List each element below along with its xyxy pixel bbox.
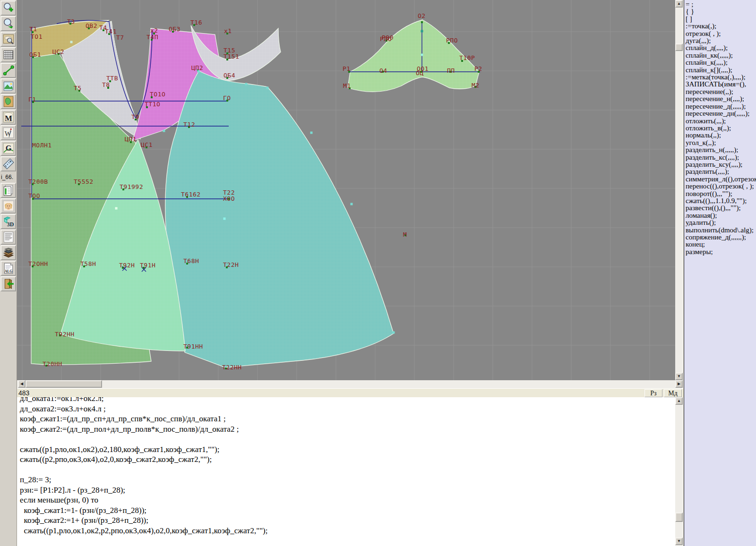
point-marker[interactable] <box>421 21 423 23</box>
accent-marker <box>421 30 423 33</box>
drawing-canvas[interactable]: Т1ТО1Т3ОВ2Т4Т41Т7х2Т4ПОБ3Т16х1ОБ1ЦС2Т15Т… <box>17 0 675 380</box>
command-item[interactable]: дуга(,,,); <box>686 37 756 44</box>
canvas-horizontal-scrollbar[interactable]: ◀ ▶ <box>17 380 684 388</box>
toolbar-button-zoom-in[interactable] <box>0 0 16 16</box>
accent-marker <box>351 203 353 205</box>
command-item[interactable]: отрезок( , ); <box>686 30 756 37</box>
toolbar-button-zoom-out[interactable] <box>0 16 16 31</box>
point-label: ТОО <box>28 192 40 199</box>
point-label: ЦС2 <box>52 48 64 55</box>
toolbar-button-spreadsheet[interactable] <box>0 183 16 198</box>
toolbar-button-grid[interactable] <box>0 47 16 62</box>
status-button-rz[interactable]: Рз <box>644 389 662 397</box>
command-item[interactable]: = ; <box>686 1 756 8</box>
command-item[interactable]: конец; <box>686 241 756 248</box>
command-item[interactable]: пересечение_дн(,,,,,); <box>686 110 756 117</box>
toolbar-button-segment[interactable] <box>0 63 16 78</box>
command-item[interactable]: размеры; <box>686 248 756 256</box>
point-label: Т2ОНН <box>28 260 48 267</box>
pattern-preview-icon <box>2 33 15 45</box>
scroll-up-icon[interactable]: ▲ <box>675 0 683 8</box>
command-item[interactable]: :=метка(точка(,),,,,); <box>686 74 756 81</box>
point-label: х2 <box>150 27 158 34</box>
toolbar-button-ruler[interactable]: 78 <box>0 156 16 171</box>
command-item[interactable]: разделить_ксу(,,,,); <box>686 161 756 168</box>
command-item[interactable]: { } <box>686 8 756 15</box>
toolbar-button-document[interactable] <box>0 230 16 245</box>
algorithm-code-editor[interactable]: дл_оката1:=ок1.л+ок2.л; дл_оката2:=ок3.л… <box>17 397 675 546</box>
command-item[interactable]: перенос((),отрезок( , ); <box>686 183 756 190</box>
command-item[interactable]: сопряжение_д(,,,,,,); <box>686 234 756 241</box>
toolbar-button-3d[interactable]: 3D <box>0 214 16 229</box>
point-label: Т22НН <box>222 364 242 371</box>
point-label: О4 <box>379 67 387 74</box>
point-label: ОБ4 <box>223 72 235 79</box>
command-item[interactable]: сплайн_д(,,,,); <box>686 44 756 51</box>
spreadsheet-icon <box>2 184 15 196</box>
toolbar-button-compass-w[interactable]: W <box>0 125 16 140</box>
scroll-down-icon[interactable]: ▼ <box>675 537 683 545</box>
point-label: ОВ2 <box>86 22 97 29</box>
command-item[interactable]: сплайн_к(,,,,); <box>686 59 756 66</box>
command-item[interactable]: разделить_кс(,,,,); <box>686 154 756 161</box>
point-label: х1 <box>224 27 232 34</box>
pattern-cad-window: MWG78i_66.3DALG Т1ТО1Т3ОВ2Т4Т41Т7х2Т4ПОБ… <box>0 0 756 546</box>
command-item[interactable]: [ ] <box>686 16 756 23</box>
point-label: Т91992 <box>120 183 143 190</box>
command-item[interactable]: развести((),(),,,""); <box>686 205 756 212</box>
command-item[interactable]: угол_к(,,); <box>686 139 756 146</box>
status-button-md[interactable]: Мд <box>664 389 682 397</box>
command-item[interactable]: отложить(,,,); <box>686 118 756 125</box>
command-item[interactable]: ломаная(); <box>686 212 756 219</box>
status-bar: 483 РзМд <box>17 388 684 397</box>
canvas-vscroll-thumb[interactable] <box>675 43 683 51</box>
point-label: О2 <box>418 12 426 19</box>
command-item[interactable]: сжать((),,,1.1,0.9,""); <box>686 197 756 205</box>
toolbar-button-measurements-m[interactable]: M <box>0 110 16 125</box>
scroll-up-icon[interactable]: ▲ <box>675 397 683 405</box>
canvas-hscroll-thumb[interactable] <box>26 380 102 388</box>
toolbar-button-grading-g[interactable]: G <box>0 141 16 156</box>
command-item[interactable]: разделить(,,,,); <box>686 168 756 175</box>
command-item[interactable]: пересечение_д(,,,,,); <box>686 103 756 110</box>
point-label: Р1 <box>343 65 351 72</box>
point-label: Т6162 <box>181 191 201 198</box>
command-item[interactable]: поворот((),,,""); <box>686 190 756 197</box>
command-item[interactable]: симметрия_л((),отрезок <box>686 176 756 183</box>
books-icon <box>2 247 15 259</box>
point-label: Т3 <box>67 18 75 25</box>
command-item[interactable]: сплайн_к[](,,,,); <box>686 67 756 74</box>
3d-icon: 3D <box>2 215 15 228</box>
code-vscroll-thumb[interactable] <box>675 512 683 522</box>
code-vertical-scrollbar[interactable]: ▲ ▼ <box>675 397 684 546</box>
toolbar-button-exit[interactable] <box>0 276 16 291</box>
canvas-vertical-scrollbar[interactable]: ▲ ▼ <box>675 0 684 380</box>
command-item[interactable]: нормаль(,,); <box>686 132 756 139</box>
alg-document-icon: ALG <box>2 262 15 274</box>
toolbar-button-photo[interactable] <box>0 198 16 213</box>
toolbar-button-pattern-preview[interactable] <box>0 32 16 47</box>
command-item[interactable]: пересечение_н(,,,,); <box>686 95 756 102</box>
scroll-down-icon[interactable]: ▼ <box>675 373 683 380</box>
point-label: Т5552 <box>74 178 94 185</box>
command-item[interactable]: сплайн_кк(,,,,,); <box>686 52 756 59</box>
command-item[interactable]: удалить(); <box>686 219 756 226</box>
status-value: 483 <box>17 389 29 397</box>
command-list: = ;{ }[ ]:=точка(,);отрезок( , );дуга(,,… <box>686 1 756 256</box>
toolbar-button-alg-document[interactable]: ALG <box>0 261 16 276</box>
measurements-m-icon: M <box>2 111 15 123</box>
command-item[interactable]: разделить_н(,,,,,); <box>686 146 756 154</box>
scroll-left-icon[interactable]: ◀ <box>18 380 26 388</box>
document-icon <box>2 231 15 243</box>
toolbar-button-books[interactable] <box>0 245 16 260</box>
point-label: ОЦ <box>416 69 424 77</box>
code-text[interactable]: дл_оката1:=ок1.л+ок2.л; дл_оката2:=ок3.л… <box>20 397 675 546</box>
command-item[interactable]: :=точка(,); <box>686 23 756 30</box>
scroll-right-icon[interactable]: ▶ <box>675 380 683 388</box>
toolbar-button-sketch[interactable] <box>0 78 16 94</box>
command-item[interactable]: выполнить(dmod\.alg); <box>686 227 756 234</box>
command-item[interactable]: пересечение(,,); <box>686 88 756 95</box>
command-item[interactable]: отложить_в(,,); <box>686 125 756 132</box>
command-item[interactable]: ЗАПИСАТЬ(имя=(), <box>686 81 756 88</box>
toolbar-button-pattern-card[interactable] <box>0 94 16 109</box>
